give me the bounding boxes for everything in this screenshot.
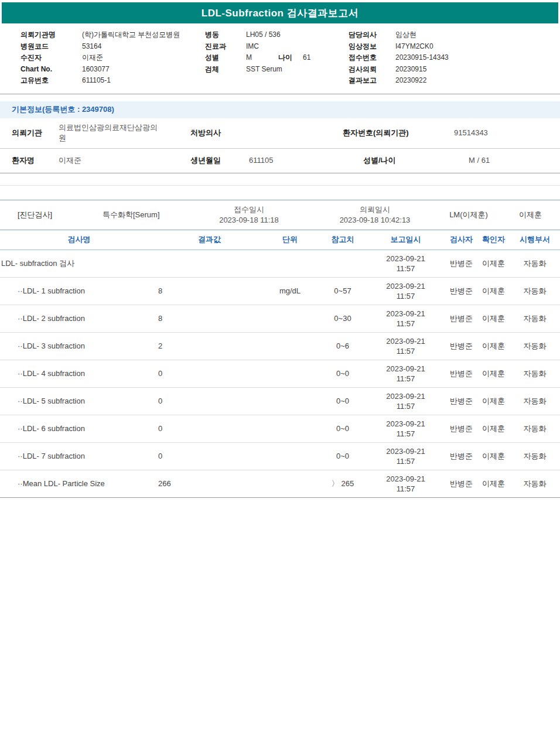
result-cell-tester: 반병준 — [445, 341, 477, 351]
info-row-hospital-code: 병원코드 53164 — [21, 41, 205, 53]
ward-value: LH05 / 536 — [246, 29, 281, 41]
report-time-line: 11:57 — [366, 374, 445, 384]
info-row-specimen: 검체 SST Serum — [205, 64, 349, 76]
results-table: 검사명결과값단위참고치보고일시검사자확인자시행부서 LDL- subfracti… — [0, 230, 560, 498]
header-divider-line — [0, 94, 560, 94]
receipt-datetime-label: 접수일시 — [185, 204, 313, 215]
result-cell-name: ··Mean LDL- Particle Size — [0, 479, 158, 488]
result-cell-ref: 〉 265 — [319, 479, 366, 489]
result-cell-result: 0 — [158, 369, 261, 378]
result-cell-tester: 반병준 — [445, 479, 477, 489]
report-time-line: 11:57 — [366, 456, 445, 466]
results-header-cell: 시행부서 — [510, 234, 560, 245]
report-date-line: 2023-09-21 — [366, 419, 445, 429]
basic-info-row-1: 의뢰기관 의료법인삼광의료재단삼광의원 처방의사 환자번호(의뢰기관) 9151… — [0, 118, 560, 149]
requesting-org-label: 의뢰기관 — [0, 128, 59, 138]
clinical-info-label: 임상정보 — [349, 41, 395, 53]
header-info-right: 담당의사 임상현 임상정보 I47YM2CK0 접수번호 20230915-14… — [349, 29, 560, 87]
result-cell-result: 8 — [158, 314, 261, 323]
info-row-unique-no: 고유번호 611105-1 — [21, 75, 205, 87]
report-date-line: 2023-09-21 — [366, 446, 445, 456]
result-cell-tester: 반병준 — [445, 423, 477, 434]
result-cell-date: 2023-09-2111:57 — [366, 281, 445, 301]
sex-value: M — [246, 52, 252, 64]
info-row-examinee: 수진자 이재준 — [21, 52, 205, 64]
result-cell-dept: 자동화 — [510, 451, 560, 462]
receipt-no-label: 접수번호 — [349, 52, 395, 64]
patient-no-value: 91514343 — [454, 128, 488, 138]
patient-name-label: 환자명 — [0, 155, 59, 166]
result-row: LDL- subfraction 검사2023-09-2111:57반병준이제훈… — [0, 250, 560, 278]
result-cell-result: 8 — [158, 286, 261, 295]
header-info-middle: 병동 LH05 / 536 진료과 IMC 성별 M 나이 61 검체 SST … — [205, 29, 349, 87]
result-cell-verifier: 이제훈 — [477, 368, 510, 379]
result-cell-tester: 반병준 — [445, 368, 477, 379]
result-cell-result: 0 — [158, 397, 261, 405]
result-cell-date: 2023-09-2111:57 — [366, 364, 445, 384]
result-cell-dept: 자동화 — [510, 423, 560, 434]
results-body: LDL- subfraction 검사2023-09-2111:57반병준이제훈… — [0, 250, 560, 498]
info-row-department: 진료과 IMC — [205, 41, 349, 53]
result-cell-ref: 0~0 — [319, 369, 366, 378]
exam-section-row: [진단검사] 특수화학[Serum] 접수일시 2023-09-18 11:18… — [0, 200, 560, 230]
header-info-block: 의뢰기관명 (학)가톨릭대학교 부천성모병원 병원코드 53164 수진자 이재… — [0, 23, 560, 90]
result-row: ··LDL- 7 subfraction00~02023-09-2111:57반… — [0, 443, 560, 470]
results-header-cell: 결과값 — [158, 234, 261, 245]
sex-age-label: 성별/나이 — [363, 155, 469, 166]
info-row-org-name: 의뢰기관명 (학)가톨릭대학교 부천성모병원 — [21, 29, 205, 41]
result-cell-tester: 반병준 — [445, 313, 477, 324]
request-datetime-block: 의뢰일시 2023-09-18 10:42:13 — [313, 204, 436, 226]
result-cell-dept: 자동화 — [510, 258, 560, 269]
result-cell-tester: 반병준 — [445, 451, 477, 462]
unique-no-label: 고유번호 — [21, 75, 82, 87]
result-cell-date: 2023-09-2111:57 — [366, 336, 445, 356]
result-cell-name: ··LDL- 4 subfraction — [0, 369, 158, 378]
info-row-order-date: 검사의뢰 20230915 — [349, 64, 560, 76]
age-label: 나이 — [278, 52, 292, 64]
result-cell-verifier: 이제훈 — [477, 396, 510, 407]
chart-no-label: Chart No. — [21, 64, 82, 76]
result-cell-ref: 0~0 — [319, 452, 366, 460]
report-date-label: 결과보고 — [349, 75, 395, 87]
result-cell-name: ··LDL- 2 subfraction — [0, 314, 158, 323]
results-header-cell: 확인자 — [477, 234, 510, 245]
result-row: ··LDL- 1 subfraction8mg/dL0~572023-09-21… — [0, 278, 560, 305]
result-cell-dept: 자동화 — [510, 368, 560, 379]
report-date-line: 2023-09-21 — [366, 391, 445, 401]
report-time-line: 11:57 — [366, 401, 445, 411]
result-cell-verifier: 이제훈 — [477, 258, 510, 269]
receipt-datetime-value: 2023-09-18 11:18 — [185, 215, 313, 226]
result-cell-dept: 자동화 — [510, 341, 560, 351]
org-name-label: 의뢰기관명 — [21, 29, 82, 41]
result-cell-ref: 0~6 — [319, 341, 366, 350]
birth-date-value: 611105 — [249, 155, 343, 166]
examinee-label: 수진자 — [21, 52, 82, 64]
info-row-chart-no: Chart No. 1603077 — [21, 64, 205, 76]
report-time-line: 11:57 — [366, 429, 445, 439]
section-separator-line — [0, 185, 560, 186]
result-cell-unit: mg/dL — [261, 286, 319, 295]
result-cell-verifier: 이제훈 — [477, 451, 510, 462]
result-cell-result: 0 — [158, 424, 261, 433]
report-time-line: 11:57 — [366, 484, 445, 494]
report-time-line: 11:57 — [366, 291, 445, 301]
request-datetime-label: 의뢰일시 — [313, 204, 436, 215]
result-cell-name: LDL- subfraction 검사 — [0, 258, 158, 269]
result-cell-date: 2023-09-2111:57 — [366, 309, 445, 329]
result-cell-name: ··LDL- 6 subfraction — [0, 424, 158, 433]
results-header-cell: 검사자 — [445, 234, 477, 245]
result-cell-result: 266 — [158, 479, 261, 488]
basic-info-section-header: 기본정보(등록번호 : 2349708) — [0, 101, 560, 118]
result-cell-name: ··LDL- 3 subfraction — [0, 341, 158, 350]
result-cell-name: ··LDL- 7 subfraction — [0, 452, 158, 460]
report-date-line: 2023-09-21 — [366, 474, 445, 484]
report-date-line: 2023-09-21 — [366, 254, 445, 264]
sex-label: 성별 — [205, 52, 246, 64]
exam-test-type: 특수화학[Serum] — [103, 210, 185, 220]
exam-category: [진단검사] — [0, 210, 103, 220]
result-cell-ref: 0~57 — [319, 286, 366, 295]
patient-name-value: 이재준 — [59, 155, 164, 166]
info-row-sex-age: 성별 M 나이 61 — [205, 52, 349, 64]
basic-info-row-2: 환자명 이재준 생년월일 611105 성별/나이 M / 61 — [0, 149, 560, 173]
receipt-no-value: 20230915-14343 — [395, 52, 449, 64]
